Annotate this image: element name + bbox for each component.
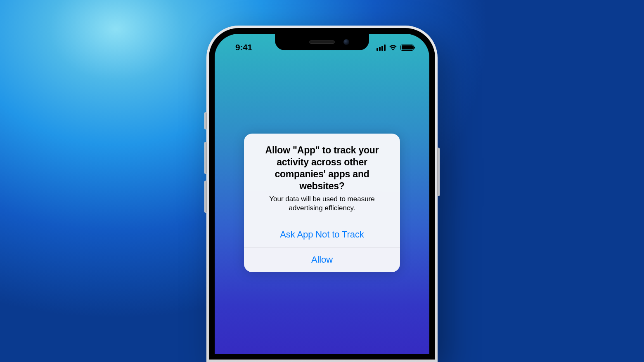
- phone-frame: 9:41: [206, 26, 438, 362]
- alert-message: Your data will be used to measure advert…: [254, 195, 390, 213]
- alert-title: Allow "App" to track your activity acros…: [254, 144, 390, 192]
- battery-icon: [400, 45, 414, 51]
- volume-up-button: [204, 142, 207, 174]
- alert-body: Allow "App" to track your activity acros…: [244, 134, 400, 222]
- status-bar: 9:41: [215, 40, 429, 54]
- power-button: [437, 148, 440, 196]
- ask-not-to-track-button[interactable]: Ask App Not to Track: [244, 222, 400, 247]
- allow-button[interactable]: Allow: [244, 247, 400, 272]
- volume-down-button: [204, 181, 207, 213]
- silent-switch: [204, 112, 207, 129]
- tracking-permission-alert: Allow "App" to track your activity acros…: [244, 134, 400, 272]
- status-icons: [376, 44, 414, 51]
- status-time: 9:41: [235, 42, 252, 52]
- iphone-device-mockup: 9:41: [206, 26, 438, 362]
- wifi-icon: [388, 44, 398, 51]
- cellular-signal-icon: [376, 45, 386, 51]
- phone-bezel: 9:41: [209, 28, 435, 360]
- phone-screen: 9:41: [215, 34, 429, 354]
